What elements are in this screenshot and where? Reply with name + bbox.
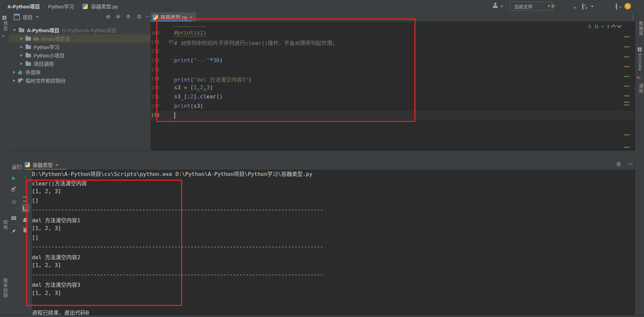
project-tree: A-Python项目D:\Python\A-Python项目cslibrary根… xyxy=(9,26,151,85)
hide-panel-icon[interactable]: ─ xyxy=(629,161,633,168)
warning-stripe-mark[interactable] xyxy=(624,46,630,47)
chevron-icon[interactable] xyxy=(13,79,15,82)
collapse-all-icon[interactable]: ⟰ xyxy=(126,14,130,20)
tree-item-detail: library根目录 xyxy=(41,35,70,42)
sciview-icon[interactable] xyxy=(638,47,642,51)
chevron-icon[interactable] xyxy=(21,54,23,57)
scratch-files-icon xyxy=(18,79,23,83)
breadcrumb-file[interactable]: 容器类型.py xyxy=(91,3,118,10)
stripe-button-version-control[interactable]: 版本控制 xyxy=(2,278,8,298)
play-overlay-icon xyxy=(574,6,576,9)
gear-icon[interactable]: ⚙ xyxy=(137,14,142,20)
edit-configuration-button[interactable] xyxy=(10,184,18,192)
tree-item-label: 临时文件和控制台 xyxy=(26,77,66,84)
gear-icon[interactable]: ⚙ xyxy=(616,161,621,168)
tree-item-label: Python小项目 xyxy=(34,52,65,59)
annotation-rectangle-editor xyxy=(156,18,415,122)
tree-row-A-Python项目[interactable]: A-Python项目D:\Python\A-Python项目 xyxy=(9,26,151,34)
chevron-icon[interactable] xyxy=(21,62,23,65)
previous-problem-icon[interactable] xyxy=(611,25,616,29)
toolbar-divider xyxy=(507,3,507,9)
warning-stripe-mark[interactable] xyxy=(624,36,630,37)
stripe-button-database[interactable]: 数据库 xyxy=(638,21,644,36)
project-view-dropdown-icon[interactable] xyxy=(36,16,39,18)
tree-row-外部库[interactable]: 外部库 xyxy=(9,68,151,76)
breadcrumb: A-Python项目 › Python学习 › 容器类型.py xyxy=(7,0,118,12)
warning-stripe-mark[interactable] xyxy=(624,76,630,77)
tree-item-label: A-Python项目 xyxy=(27,27,59,34)
console-line: D:\Python\A-Python项目\cs\Scripts\python.e… xyxy=(32,170,635,179)
stripe-button-sciview[interactable]: SciView xyxy=(638,53,643,71)
tree-row-Python学习[interactable]: Python学习 xyxy=(9,43,151,51)
stripe-button-structure[interactable]: 结构 xyxy=(2,220,8,230)
run-label: 运行: xyxy=(12,163,23,170)
folder-icon xyxy=(26,54,31,57)
rerun-button[interactable] xyxy=(10,174,18,182)
warning-stripe-mark[interactable] xyxy=(624,102,630,103)
stripe-button-project[interactable]: 项目 xyxy=(2,21,8,31)
breadcrumb-separator: › xyxy=(77,4,79,9)
tree-item-label: 项目调用 xyxy=(34,60,54,67)
chevron-icon[interactable] xyxy=(21,46,23,48)
warning-stripe-mark[interactable] xyxy=(624,134,630,135)
tree-row-cs[interactable]: cslibrary根目录 xyxy=(9,34,151,43)
locate-file-icon[interactable]: ⊕ xyxy=(106,14,110,20)
warning-stripe-mark[interactable] xyxy=(624,56,630,57)
inspections-widget[interactable]: ⚠ 11 ✔ 1 xyxy=(588,24,621,29)
pin-tab-button[interactable] xyxy=(10,227,18,235)
chevron-icon[interactable] xyxy=(13,71,15,74)
profiler-dropdown-arrow-icon[interactable] xyxy=(591,6,594,7)
ok-count: 1 xyxy=(607,24,609,29)
warning-stripe-mark[interactable] xyxy=(624,147,630,148)
close-icon[interactable]: × xyxy=(55,162,58,168)
warning-stripe-mark[interactable] xyxy=(624,95,630,96)
tab-options-menu-icon[interactable]: ⋮ xyxy=(631,13,636,20)
breadcrumb-folder[interactable]: Python学习 xyxy=(48,3,74,10)
chevron-icon[interactable] xyxy=(21,37,23,40)
update-button[interactable]: ↑ xyxy=(625,3,631,9)
stop-button xyxy=(10,198,18,206)
main-toolbar: A-Python项目 › Python学习 › 容器类型.py 当前文件 ↑ xyxy=(0,0,644,13)
search-everywhere-button[interactable] xyxy=(616,4,617,10)
project-toolwindow-icon[interactable] xyxy=(2,16,6,20)
run-button[interactable] xyxy=(552,4,555,8)
run-tab[interactable]: 容器类型 × xyxy=(25,160,58,169)
right-tool-stripe: 数据库 SciView 通知 xyxy=(635,12,644,315)
breadcrumb-project[interactable]: A-Python项目 xyxy=(7,3,40,10)
tree-item-label: 外部库 xyxy=(26,69,41,76)
tree-row-项目调用[interactable]: 项目调用 xyxy=(9,59,151,68)
tree-item-label: Python学习 xyxy=(34,43,59,50)
status-bar xyxy=(0,315,644,317)
warning-count: 11 xyxy=(594,24,599,29)
next-problem-icon[interactable] xyxy=(617,23,621,28)
warning-stripe-mark[interactable] xyxy=(624,66,630,67)
pycharm-window: A-Python项目 › Python学习 › 容器类型.py 当前文件 ↑ xyxy=(0,0,644,317)
toolbar-divider xyxy=(11,224,18,224)
toolbar-divider xyxy=(11,194,18,195)
clock-icon xyxy=(582,3,583,10)
folder-icon xyxy=(26,37,31,41)
tree-row-Python小项目[interactable]: Python小项目 xyxy=(9,51,151,59)
warning-stripe-mark[interactable] xyxy=(624,86,630,87)
python-file-icon xyxy=(82,4,88,9)
library-icon xyxy=(18,70,23,74)
project-panel-header: 项目 ⊕ ⟱ ⟰ ⚙ ─ xyxy=(9,12,151,21)
hide-panel-icon[interactable]: ─ xyxy=(146,14,149,20)
user-dropdown-arrow-icon[interactable] xyxy=(500,6,503,7)
stripe-button-notifications[interactable]: 通知 xyxy=(638,84,644,94)
tree-item-detail: D:\Python\A-Python项目 xyxy=(62,27,117,34)
warning-stripe-mark[interactable] xyxy=(624,104,630,105)
tree-row-临时文件和控制台[interactable]: 临时文件和控制台 xyxy=(9,76,151,85)
breadcrumb-separator: › xyxy=(43,4,45,9)
chevron-icon[interactable] xyxy=(13,29,16,31)
project-panel: 项目 ⊕ ⟱ ⟰ ⚙ ─ A-Python项目D:\Python\A-Pytho… xyxy=(9,12,151,150)
left-tool-stripe: 项目 结构 版本控制 xyxy=(0,12,9,315)
run-toolwindow-header: 运行: 容器类型 × ⚙ ─ xyxy=(9,150,635,170)
run-configuration-select[interactable]: 当前文件 xyxy=(510,2,553,11)
expand-all-icon[interactable]: ⟱ xyxy=(116,14,120,20)
folder-icon xyxy=(26,45,31,49)
restore-layout-button[interactable] xyxy=(10,214,18,222)
search-icon xyxy=(616,3,617,10)
project-panel-title[interactable]: 项目 xyxy=(23,13,33,20)
profiler-button[interactable] xyxy=(582,4,583,10)
